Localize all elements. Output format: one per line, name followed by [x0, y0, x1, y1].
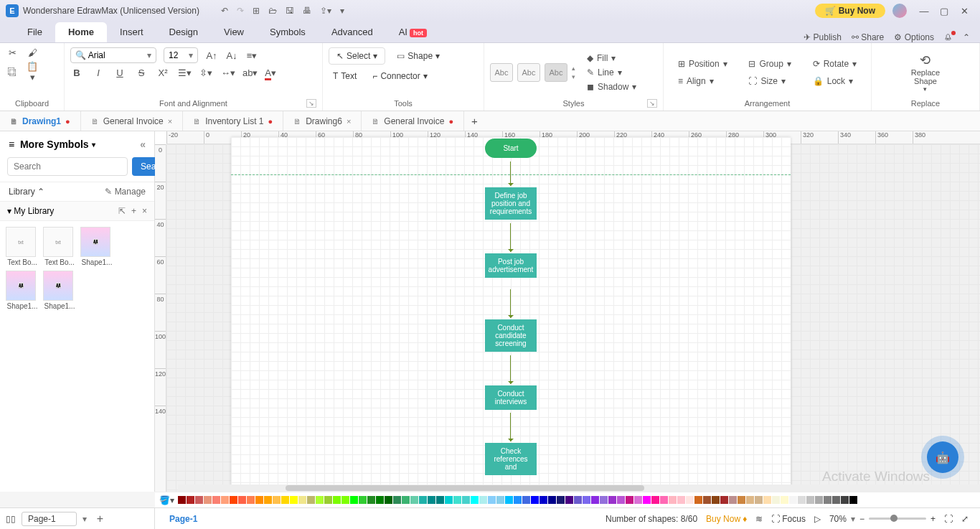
underline-icon[interactable]: U	[113, 67, 126, 78]
color-swatch[interactable]	[772, 496, 780, 504]
font-color-icon[interactable]: A▾	[264, 67, 277, 78]
pages-icon[interactable]: ▯▯	[6, 514, 16, 524]
style-preset-3[interactable]: Abc	[545, 63, 567, 82]
color-swatch[interactable]	[402, 496, 410, 504]
shape-item[interactable]: txtText Bo...	[43, 227, 76, 266]
size-button[interactable]: ⛶ Size▾	[745, 75, 793, 88]
rotate-button[interactable]: ⟳ Rotate▾	[810, 57, 859, 70]
zoom-knob[interactable]	[890, 515, 897, 522]
color-swatch[interactable]	[333, 496, 341, 504]
line-button[interactable]: ✎ Line ▾	[584, 66, 639, 79]
align-button[interactable]: ≡ Align▾	[675, 75, 730, 88]
color-swatch[interactable]	[376, 496, 384, 504]
flow-arrow-3[interactable]	[510, 289, 511, 318]
my-library-header[interactable]: ▾ My Library	[7, 206, 54, 216]
strikethrough-icon[interactable]: S	[135, 67, 148, 78]
color-swatch[interactable]	[307, 496, 315, 504]
collapse-panel-icon[interactable]: «	[140, 139, 146, 150]
color-swatch[interactable]	[436, 496, 444, 504]
group-button[interactable]: ⊟ Group▾	[745, 57, 793, 70]
color-swatch[interactable]	[703, 496, 711, 504]
color-swatch[interactable]	[212, 496, 220, 504]
color-swatch[interactable]	[763, 496, 771, 504]
zoom-out-button[interactable]: −	[859, 514, 864, 524]
text-tool[interactable]: T Text	[329, 69, 361, 83]
new-icon[interactable]: ⊞	[253, 6, 260, 16]
color-swatch[interactable]	[660, 496, 668, 504]
flow-node-4[interactable]: Conduct interviews	[485, 385, 537, 410]
add-tab-button[interactable]: +	[464, 115, 485, 127]
format-painter-icon[interactable]: 🖌	[26, 47, 39, 58]
color-swatch[interactable]	[720, 496, 728, 504]
flow-node-5[interactable]: Check references and	[485, 443, 537, 475]
style-preset-2[interactable]: Abc	[517, 63, 540, 82]
flow-arrow-2[interactable]	[510, 223, 511, 252]
color-swatch[interactable]	[187, 496, 194, 504]
publish-button[interactable]: ✈ Publish	[804, 32, 842, 42]
page-dropdown-icon[interactable]: ▾	[83, 514, 87, 524]
select-tool[interactable]: ↖ Select ▾	[329, 47, 385, 65]
color-swatch[interactable]	[643, 496, 651, 504]
color-swatch[interactable]	[350, 496, 358, 504]
print-icon[interactable]: 🖶	[303, 6, 311, 16]
color-swatch[interactable]	[617, 496, 625, 504]
page-tab-active[interactable]: Page-1	[162, 514, 204, 524]
color-swatch[interactable]	[746, 496, 754, 504]
lock-button[interactable]: 🔒 Lock▾	[810, 75, 859, 88]
open-icon[interactable]: 🗁	[268, 6, 277, 16]
color-swatch[interactable]	[419, 496, 427, 504]
collapse-ribbon-icon[interactable]: ⌃	[963, 32, 970, 42]
color-swatch[interactable]	[385, 496, 392, 504]
style-preset-1[interactable]: Abc	[490, 63, 513, 82]
color-swatch[interactable]	[651, 496, 659, 504]
shape-item[interactable]: txtText Bo...	[6, 227, 39, 266]
maximize-button[interactable]: ▢	[934, 6, 954, 17]
color-swatch[interactable]	[445, 496, 453, 504]
color-swatch[interactable]	[798, 496, 806, 504]
minimize-button[interactable]: —	[914, 6, 934, 17]
color-swatch[interactable]	[583, 496, 590, 504]
library-button[interactable]: Library ⌃	[9, 187, 44, 197]
flow-arrow-1[interactable]	[510, 161, 511, 186]
fit-page-icon[interactable]: ⛶	[944, 514, 953, 524]
font-launcher-icon[interactable]: ↘	[306, 99, 316, 108]
color-swatch[interactable]	[694, 496, 702, 504]
share-button[interactable]: ⚯ Share	[852, 32, 884, 42]
position-button[interactable]: ⊞ Position▾	[675, 57, 730, 70]
flow-arrow-5[interactable]	[510, 413, 511, 441]
styles-launcher-icon[interactable]: ↘	[647, 99, 657, 108]
canvas[interactable]: Start Define job position and requiremen…	[166, 144, 980, 492]
color-swatch[interactable]	[557, 496, 565, 504]
zoom-value[interactable]: 70%	[829, 514, 847, 524]
cut-icon[interactable]: ✂	[6, 47, 19, 58]
color-swatch[interactable]	[298, 496, 306, 504]
color-swatch[interactable]	[531, 496, 539, 504]
guide-line[interactable]	[231, 174, 791, 175]
scrollbar-thumb[interactable]	[286, 485, 644, 491]
color-swatch[interactable]	[264, 496, 272, 504]
lib-add-icon[interactable]: +	[131, 206, 136, 216]
horizontal-scrollbar[interactable]	[178, 484, 980, 492]
tab-ai[interactable]: AIhot	[386, 22, 440, 42]
focus-button[interactable]: ⛶ Focus	[771, 514, 806, 524]
qat-more-icon[interactable]: ▾	[340, 6, 344, 16]
undo-icon[interactable]: ↶	[221, 6, 228, 16]
font-size-select[interactable]: 12▾	[164, 47, 198, 63]
color-swatch[interactable]	[514, 496, 522, 504]
close-button[interactable]: ✕	[954, 6, 974, 17]
tab-insert[interactable]: Insert	[107, 22, 156, 42]
color-swatch[interactable]	[204, 496, 212, 504]
fill-button[interactable]: ◆ Fill ▾	[584, 52, 639, 65]
tab-file[interactable]: File	[14, 22, 55, 42]
more-symbols-header[interactable]: ≡ More Symbols▾ «	[0, 131, 154, 157]
layers-icon[interactable]: ≋	[755, 514, 763, 524]
color-swatch[interactable]	[815, 496, 823, 504]
tab-design[interactable]: Design	[156, 22, 211, 42]
bullets-icon[interactable]: ☰▾	[178, 67, 191, 78]
color-swatch[interactable]	[755, 496, 763, 504]
lib-export-icon[interactable]: ⇱	[118, 206, 126, 216]
add-page-button[interactable]: +	[97, 512, 103, 525]
color-swatch[interactable]	[324, 496, 332, 504]
color-swatch[interactable]	[281, 496, 289, 504]
styles-down-icon[interactable]: ▾	[572, 73, 575, 80]
